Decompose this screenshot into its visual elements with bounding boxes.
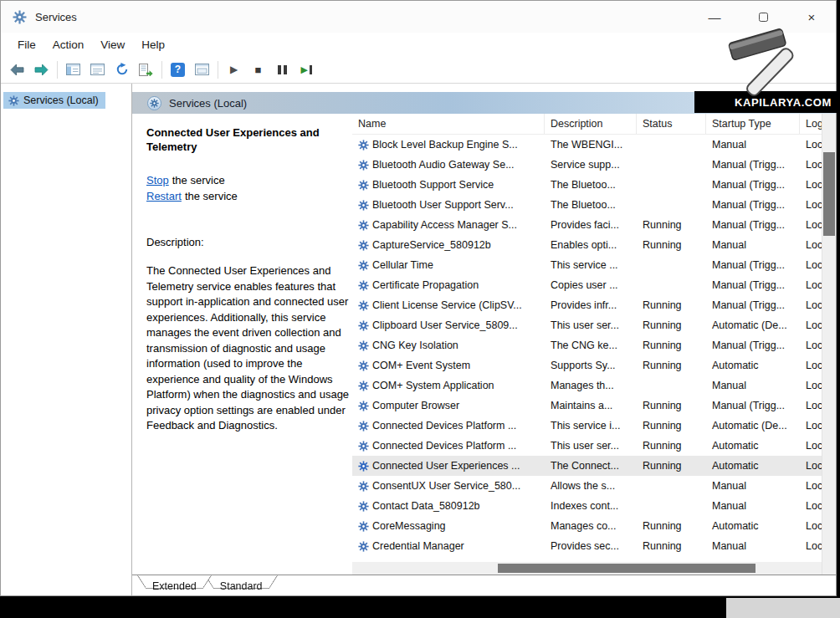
services-window: Services — × File Action View Help	[0, 0, 837, 596]
forward-arrow-icon	[34, 64, 49, 76]
menu-view[interactable]: View	[92, 35, 133, 54]
service-gear-icon	[358, 200, 369, 211]
horizontal-scrollbar-thumb[interactable]	[498, 564, 756, 573]
restart-service-line: Restartthe service	[146, 188, 342, 204]
service-log-on-as-cell: Loc	[800, 340, 822, 351]
service-gear-icon	[358, 220, 369, 231]
service-name: Contact Data_580912b	[372, 500, 480, 512]
table-row[interactable]: Certificate Propagation Copies user ... …	[352, 275, 822, 295]
service-name-cell: Capability Access Manager S...	[352, 219, 545, 231]
stop-icon: ■	[255, 64, 262, 76]
table-row[interactable]: CNG Key Isolation The CNG ke... Running …	[352, 335, 822, 355]
service-startup-type-cell: Automatic	[706, 460, 800, 472]
table-row[interactable]: Clipboard User Service_5809... This user…	[352, 315, 822, 335]
service-startup-type-cell: Manual	[706, 540, 800, 552]
service-gear-icon	[358, 541, 369, 552]
help-button[interactable]: ?	[166, 59, 190, 81]
tree-item-services-local[interactable]: Services (Local)	[3, 92, 105, 109]
column-header-log-on-as[interactable]: Log	[800, 114, 822, 134]
service-name-cell: Bluetooth User Support Serv...	[352, 199, 545, 211]
export-list-icon	[139, 64, 153, 76]
selected-service-title: Connected User Experiences and Telemetry	[146, 125, 347, 154]
service-description-cell: Provides infr...	[545, 299, 637, 311]
service-startup-type-cell: Automatic	[706, 360, 800, 371]
service-status-cell: Running	[637, 400, 706, 411]
column-header-description[interactable]: Description	[545, 114, 637, 134]
view-window-icon	[195, 64, 209, 75]
table-row[interactable]: Bluetooth User Support Serv... The Bluet…	[352, 195, 822, 215]
refresh-icon	[115, 63, 129, 76]
restart-service-button[interactable]: ▶	[295, 59, 319, 81]
table-row[interactable]: Capability Access Manager S... Provides …	[352, 215, 822, 235]
view-button[interactable]	[190, 59, 214, 81]
forward-button[interactable]	[29, 59, 54, 81]
service-status-cell: Running	[637, 440, 706, 452]
pause-service-button[interactable]	[270, 59, 295, 81]
table-row[interactable]: Bluetooth Audio Gateway Se... Service su…	[352, 155, 822, 175]
table-row[interactable]: COM+ Event System Supports Sy... Running…	[352, 355, 822, 375]
horizontal-scrollbar[interactable]	[352, 562, 822, 575]
service-description-cell: This user ser...	[545, 319, 637, 331]
column-header-name[interactable]: Name	[352, 114, 545, 134]
service-name-cell: Cellular Time	[352, 259, 545, 271]
table-row[interactable]: Contact Data_580912b Indexes cont... Man…	[352, 496, 822, 516]
service-log-on-as-cell: Loc	[800, 540, 822, 552]
service-description-cell: Provides sec...	[545, 540, 637, 552]
vertical-scrollbar[interactable]	[822, 114, 836, 575]
view-tabs-bar: Extended Standard	[132, 575, 836, 595]
table-row[interactable]: CoreMessaging Manages co... Running Auto…	[352, 516, 822, 536]
service-log-on-as-cell: Loc	[800, 139, 822, 151]
table-row[interactable]: Cellular Time This service ... Manual (T…	[352, 255, 822, 275]
table-row[interactable]: Connected Devices Platform ... This user…	[352, 436, 822, 456]
table-row[interactable]: Bluetooth Support Service The Bluetoo...…	[352, 175, 822, 195]
column-header-status[interactable]: Status	[637, 114, 706, 134]
table-row[interactable]: Computer Browser Maintains a... Running …	[352, 396, 822, 416]
service-name-cell: Contact Data_580912b	[352, 500, 545, 512]
service-startup-type-cell: Manual (Trigg...	[706, 259, 800, 271]
pane-body: Connected User Experiences and Telemetry…	[132, 114, 836, 575]
service-log-on-as-cell: Loc	[800, 360, 822, 371]
tree-item-label: Services (Local)	[23, 94, 99, 106]
console-tree-button[interactable]	[61, 59, 85, 81]
table-row[interactable]: Block Level Backup Engine S... The WBENG…	[352, 135, 822, 155]
start-service-button[interactable]: ▶	[222, 59, 246, 81]
properties-button[interactable]	[85, 59, 110, 81]
service-name-cell: Certificate Propagation	[352, 279, 545, 291]
service-description-cell: Provides faci...	[545, 219, 637, 231]
service-gear-icon	[358, 180, 369, 191]
stop-service-link[interactable]: Stop	[146, 174, 169, 186]
service-name: COM+ Event System	[372, 360, 470, 371]
tab-standard[interactable]: Standard	[205, 575, 278, 594]
table-row[interactable]: COM+ System Application Manages th... Ma…	[352, 375, 822, 396]
service-name: Connected User Experiences ...	[372, 460, 520, 472]
tab-extended[interactable]: Extended	[137, 575, 212, 594]
table-row[interactable]: ConsentUX User Service_580... Allows the…	[352, 476, 822, 496]
service-gear-icon	[358, 320, 369, 331]
service-log-on-as-cell: Loc	[800, 520, 822, 532]
export-list-button[interactable]	[134, 59, 158, 81]
back-button[interactable]	[5, 59, 29, 81]
refresh-button[interactable]	[110, 59, 134, 81]
table-row[interactable]: Connected Devices Platform ... This serv…	[352, 416, 822, 436]
restart-service-link[interactable]: Restart	[146, 190, 182, 202]
table-row[interactable]: CaptureService_580912b Enables opti... R…	[352, 235, 822, 255]
vertical-scrollbar-thumb[interactable]	[823, 152, 835, 236]
service-description-cell: Manages th...	[545, 380, 637, 391]
hammer-graphic	[713, 25, 822, 99]
service-name-cell: Connected Devices Platform ...	[352, 420, 545, 432]
service-name-cell: CNG Key Isolation	[352, 340, 545, 351]
stop-service-button[interactable]: ■	[246, 59, 270, 81]
column-header-startup-type[interactable]: Startup Type	[706, 114, 800, 134]
service-name-cell: Bluetooth Audio Gateway Se...	[352, 159, 545, 171]
menu-help[interactable]: Help	[133, 35, 173, 54]
service-name-cell: Block Level Backup Engine S...	[352, 139, 545, 151]
service-startup-type-cell: Automatic	[706, 440, 800, 452]
table-row[interactable]: Client License Service (ClipSV... Provid…	[352, 295, 822, 315]
menu-action[interactable]: Action	[44, 35, 93, 54]
service-name-cell: Client License Service (ClipSV...	[352, 299, 545, 311]
menu-file[interactable]: File	[9, 35, 44, 54]
service-action-links: Stopthe service Restartthe service	[146, 172, 342, 204]
table-row[interactable]: Connected User Experiences ... The Conne…	[352, 456, 822, 476]
table-row[interactable]: Credential Manager Provides sec... Runni…	[352, 536, 822, 556]
service-name-cell: Credential Manager	[352, 540, 545, 552]
